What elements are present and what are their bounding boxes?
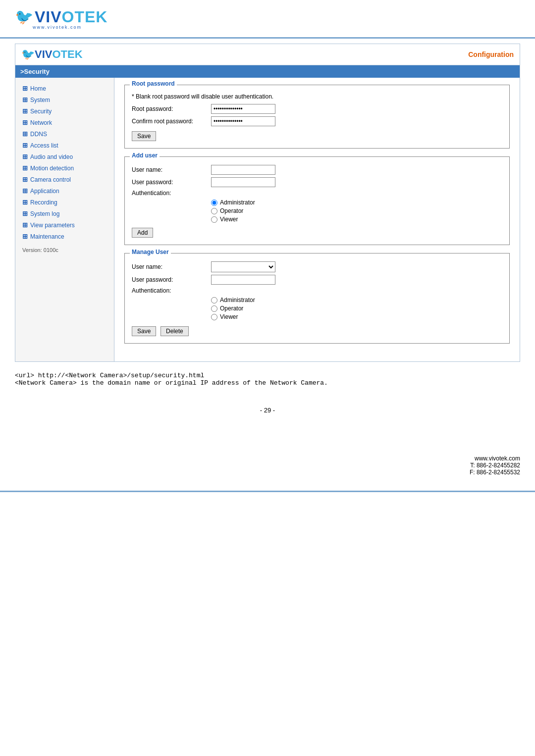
radio-viewer-label: Viewer xyxy=(220,216,238,223)
bird-icon: 🐦 xyxy=(15,9,33,24)
contact-website: www.vivotek.com xyxy=(470,455,520,462)
sidebar-label-home: Home xyxy=(30,85,46,92)
sidebar-label-ddns: DDNS xyxy=(30,131,47,138)
root-password-row: Root password: xyxy=(132,104,502,114)
add-user-password-row: User password: xyxy=(132,177,502,187)
application-plus-icon: ⊞ xyxy=(22,187,28,195)
sidebar: ⊞ Home ⊞ System ⊞ Security ⊞ Network ⊞ D… xyxy=(15,78,114,361)
audio-plus-icon: ⊞ xyxy=(22,153,28,160)
radio-operator[interactable] xyxy=(211,208,217,214)
logo-www: www.vivotek.com xyxy=(33,25,82,30)
sidebar-item-system[interactable]: ⊞ System xyxy=(15,94,114,105)
radio-viewer[interactable] xyxy=(211,216,217,223)
bottom-divider xyxy=(0,491,535,492)
logo-viv: VIV xyxy=(35,9,62,25)
manage-radio-admin-label: Administrator xyxy=(220,297,255,303)
manage-radio-operator-label: Operator xyxy=(220,305,243,312)
confirm-password-input[interactable] xyxy=(211,116,275,126)
add-user-name-input[interactable] xyxy=(211,165,275,175)
syslog-plus-icon: ⊞ xyxy=(22,210,28,217)
sidebar-item-recording[interactable]: ⊞ Recording xyxy=(15,197,114,208)
add-user-radio-admin: Administrator xyxy=(211,199,502,206)
top-divider xyxy=(0,37,535,39)
radio-operator-label: Operator xyxy=(220,207,243,214)
radio-admin[interactable] xyxy=(211,200,217,206)
sidebar-item-network[interactable]: ⊞ Network xyxy=(15,117,114,128)
root-password-input[interactable] xyxy=(211,104,275,114)
footer-url: <url> http://<Network Camera>/setup/secu… xyxy=(0,367,535,392)
add-user-password-input[interactable] xyxy=(211,177,275,187)
main-container: 🐦 VIVOTEK Configuration >Security ⊞ Home… xyxy=(15,44,520,362)
logo-otek: OTEK xyxy=(62,9,108,25)
add-user-auth-label: Authentication: xyxy=(132,190,211,197)
page-number: - 29 - xyxy=(260,406,275,414)
manage-user-password-label: User password: xyxy=(132,276,211,283)
camera-plus-icon: ⊞ xyxy=(22,176,28,183)
add-user-button[interactable]: Add xyxy=(132,228,153,238)
root-password-note: * Blank root password will disable user … xyxy=(132,93,502,100)
sidebar-label-camera: Camera control xyxy=(30,176,71,183)
radio-admin-label: Administrator xyxy=(220,199,255,206)
section-title-bar: >Security xyxy=(15,65,520,78)
inner-logo-viv: VIV xyxy=(35,48,52,61)
manage-user-save-button[interactable]: Save xyxy=(132,326,156,336)
sidebar-item-system-log[interactable]: ⊞ System log xyxy=(15,208,114,219)
add-user-radio-group: Administrator Operator Viewer xyxy=(211,199,502,223)
root-password-save-button[interactable]: Save xyxy=(132,131,156,141)
manage-user-radio-group: Administrator Operator Viewer xyxy=(211,297,502,320)
manage-radio-viewer[interactable] xyxy=(211,314,217,320)
footer-url-line1: <url> http://<Network Camera>/setup/secu… xyxy=(15,372,520,379)
sidebar-label-system-log: System log xyxy=(30,210,59,217)
version-text: Version: 0100c xyxy=(15,242,114,258)
contact-phone: T: 886-2-82455282 xyxy=(470,462,520,469)
manage-user-password-input[interactable] xyxy=(211,275,275,285)
manage-user-auth-row: Authentication: xyxy=(132,287,502,294)
add-user-password-label: User password: xyxy=(132,179,211,186)
sidebar-item-application[interactable]: ⊞ Application xyxy=(15,185,114,197)
sidebar-item-audio-video[interactable]: ⊞ Audio and video xyxy=(15,151,114,162)
manage-user-section: Manage User User name: User password: Au… xyxy=(124,253,510,344)
inner-logo: 🐦 VIVOTEK xyxy=(21,48,83,61)
sidebar-item-home[interactable]: ⊞ Home xyxy=(15,83,114,94)
maintenance-plus-icon: ⊞ xyxy=(22,233,28,240)
manage-user-delete-button[interactable]: Delete xyxy=(160,326,189,336)
confirm-password-row: Confirm root password: xyxy=(132,116,502,126)
manage-user-title: Manage User xyxy=(130,249,171,255)
inner-bird-icon: 🐦 xyxy=(21,48,35,61)
sidebar-item-view-params[interactable]: ⊞ View parameters xyxy=(15,219,114,231)
add-user-radio-viewer: Viewer xyxy=(211,216,502,223)
manage-user-auth-label: Authentication: xyxy=(132,287,211,294)
root-password-section: Root password * Blank root password will… xyxy=(124,85,510,149)
recording-plus-icon: ⊞ xyxy=(22,199,28,206)
sidebar-item-motion[interactable]: ⊞ Motion detection xyxy=(15,162,114,174)
add-user-name-row: User name: xyxy=(132,165,502,175)
root-password-title: Root password xyxy=(130,80,177,87)
content-wrapper: ⊞ Home ⊞ System ⊞ Security ⊞ Network ⊞ D… xyxy=(15,78,520,361)
sidebar-item-camera[interactable]: ⊞ Camera control xyxy=(15,174,114,185)
sidebar-label-system: System xyxy=(30,97,50,103)
sidebar-label-network: Network xyxy=(30,119,52,126)
main-content: Root password * Blank root password will… xyxy=(114,78,520,361)
access-plus-icon: ⊞ xyxy=(22,142,28,149)
manage-user-name-label: User name: xyxy=(132,263,211,270)
config-label: Configuration xyxy=(468,50,514,58)
ddns-plus-icon: ⊞ xyxy=(22,130,28,138)
sidebar-item-security[interactable]: ⊞ Security xyxy=(15,105,114,117)
inner-header: 🐦 VIVOTEK Configuration xyxy=(15,44,520,65)
add-user-title: Add user xyxy=(130,152,160,159)
footer-url-line2: <Network Camera> is the domain name or o… xyxy=(15,379,520,387)
add-user-name-label: User name: xyxy=(132,166,211,173)
manage-user-radio-operator: Operator xyxy=(211,305,502,312)
sidebar-label-motion: Motion detection xyxy=(30,165,74,172)
manage-user-name-select[interactable] xyxy=(211,261,275,272)
add-user-section: Add user User name: User password: Authe… xyxy=(124,156,510,245)
viewparams-plus-icon: ⊞ xyxy=(22,221,28,229)
section-title: >Security xyxy=(20,68,50,75)
system-plus-icon: ⊞ xyxy=(22,96,28,103)
sidebar-item-maintenance[interactable]: ⊞ Maintenance xyxy=(15,231,114,242)
manage-radio-operator[interactable] xyxy=(211,305,217,312)
manage-radio-admin[interactable] xyxy=(211,297,217,303)
sidebar-item-access-list[interactable]: ⊞ Access list xyxy=(15,140,114,151)
top-header: 🐦 VIVOTEK www.vivotek.com xyxy=(0,0,535,37)
sidebar-item-ddns[interactable]: ⊞ DDNS xyxy=(15,128,114,140)
